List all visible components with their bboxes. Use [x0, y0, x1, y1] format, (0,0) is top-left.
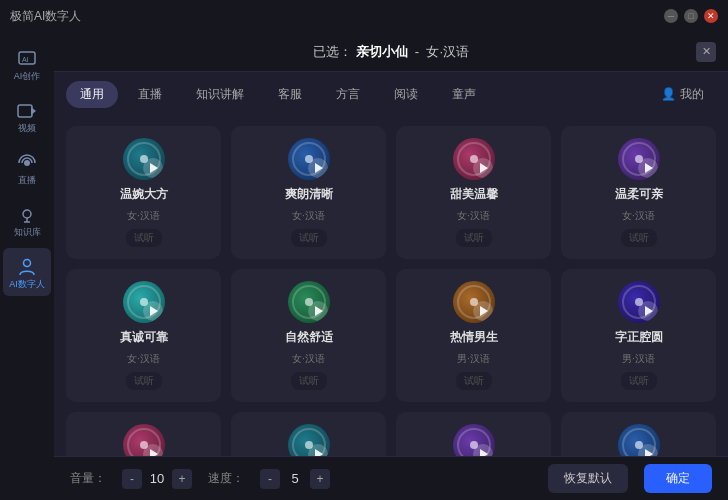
video-icon	[16, 100, 38, 122]
play-triangle-icon	[150, 306, 158, 316]
voice-trial-8[interactable]: 试听	[621, 372, 657, 390]
voice-avatar-7	[453, 281, 495, 323]
volume-decrease-button[interactable]: -	[122, 469, 142, 489]
play-button-3[interactable]	[473, 158, 493, 178]
svg-point-5	[23, 210, 31, 218]
bottom-bar: 音量： - 10 + 速度： - 5 + 恢复默认 确定	[54, 456, 728, 500]
play-triangle-icon	[645, 449, 653, 456]
voice-desc-8: 男·汉语	[622, 352, 655, 366]
voice-desc-7: 男·汉语	[457, 352, 490, 366]
voice-name-4: 温柔可亲	[615, 186, 663, 203]
play-button-12[interactable]	[638, 444, 658, 456]
title-bar-left: 极简AI数字人	[10, 8, 81, 25]
play-triangle-icon	[645, 163, 653, 173]
play-triangle-icon	[315, 306, 323, 316]
selected-name: 亲切小仙	[356, 44, 408, 59]
voice-card-12[interactable]: 卖场男模 男·汉语 试听	[561, 412, 716, 456]
tab-bar: 通用 直播 知识讲解 客服 方言 阅读 童声 👤 我的	[54, 72, 728, 116]
voice-card-5[interactable]: 真诚可靠 女·汉语 试听	[66, 269, 221, 402]
voice-desc-4: 女·汉语	[622, 209, 655, 223]
voice-avatar-5	[123, 281, 165, 323]
maximize-button[interactable]: □	[684, 9, 698, 23]
sidebar-item-digital-human[interactable]: AI数字人	[3, 248, 51, 296]
speed-increase-button[interactable]: +	[310, 469, 330, 489]
volume-label: 音量：	[70, 470, 106, 487]
voice-desc-6: 女·汉语	[292, 352, 325, 366]
confirm-button[interactable]: 确定	[644, 464, 712, 493]
voice-avatar-6	[288, 281, 330, 323]
knowledge-icon	[16, 204, 38, 226]
person-icon: 👤	[661, 87, 676, 101]
play-button-5[interactable]	[143, 301, 163, 321]
tab-my[interactable]: 👤 我的	[649, 81, 716, 108]
voice-card-1[interactable]: 温婉大方 女·汉语 试听	[66, 126, 221, 259]
sidebar-item-video[interactable]: 视频	[3, 92, 51, 140]
play-button-4[interactable]	[638, 158, 658, 178]
voice-card-2[interactable]: 爽朗清晰 女·汉语 试听	[231, 126, 386, 259]
voice-desc-5: 女·汉语	[127, 352, 160, 366]
voice-trial-2[interactable]: 试听	[291, 229, 327, 247]
voice-card-4[interactable]: 温柔可亲 女·汉语 试听	[561, 126, 716, 259]
volume-stepper: - 10 +	[122, 469, 192, 489]
tab-child[interactable]: 童声	[438, 81, 490, 108]
play-button-1[interactable]	[143, 158, 163, 178]
voice-desc-2: 女·汉语	[292, 209, 325, 223]
volume-increase-button[interactable]: +	[172, 469, 192, 489]
voice-trial-6[interactable]: 试听	[291, 372, 327, 390]
volume-value: 10	[148, 471, 166, 486]
speed-decrease-button[interactable]: -	[260, 469, 280, 489]
voice-trial-5[interactable]: 试听	[126, 372, 162, 390]
voice-card-10[interactable]: 卖场巧姐 女·汉语 试听	[231, 412, 386, 456]
reset-button[interactable]: 恢复默认	[548, 464, 628, 493]
play-button-7[interactable]	[473, 301, 493, 321]
sidebar-item-ai-create[interactable]: AI AI创作	[3, 40, 51, 88]
voice-card-11[interactable]: 活力猫女 女·汉语 试听	[396, 412, 551, 456]
voice-trial-4[interactable]: 试听	[621, 229, 657, 247]
minimize-button[interactable]: ─	[664, 9, 678, 23]
voice-trial-7[interactable]: 试听	[456, 372, 492, 390]
tab-my-label: 我的	[680, 86, 704, 103]
speed-stepper: - 5 +	[260, 469, 330, 489]
tab-reading[interactable]: 阅读	[380, 81, 432, 108]
sidebar-label-digital-human: AI数字人	[9, 280, 45, 289]
panel-close-button[interactable]: ✕	[696, 42, 716, 62]
close-button[interactable]: ✕	[704, 9, 718, 23]
svg-text:AI: AI	[22, 56, 29, 63]
voice-card-8[interactable]: 字正腔圆 男·汉语 试听	[561, 269, 716, 402]
play-triangle-icon	[645, 306, 653, 316]
voice-name-8: 字正腔圆	[615, 329, 663, 346]
voice-card-9[interactable]: 咬嚼老妹 女·汉语 试听	[66, 412, 221, 456]
sidebar-item-knowledge[interactable]: 知识库	[3, 196, 51, 244]
voice-avatar-2	[288, 138, 330, 180]
play-button-8[interactable]	[638, 301, 658, 321]
sidebar-label-ai-create: AI创作	[14, 72, 41, 81]
voice-card-7[interactable]: 热情男生 男·汉语 试听	[396, 269, 551, 402]
digital-human-icon	[16, 256, 38, 278]
voice-avatar-11	[453, 424, 495, 456]
tab-dialect[interactable]: 方言	[322, 81, 374, 108]
play-button-6[interactable]	[308, 301, 328, 321]
app-window: 极简AI数字人 ─ □ ✕ AI AI创作	[0, 0, 728, 500]
voice-name-5: 真诚可靠	[120, 329, 168, 346]
voice-card-6[interactable]: 自然舒适 女·汉语 试听	[231, 269, 386, 402]
tab-customer[interactable]: 客服	[264, 81, 316, 108]
play-button-9[interactable]	[143, 444, 163, 456]
tab-live[interactable]: 直播	[124, 81, 176, 108]
sidebar-item-live[interactable]: 直播	[3, 144, 51, 192]
speed-value: 5	[286, 471, 304, 486]
voice-desc-1: 女·汉语	[127, 209, 160, 223]
voice-trial-1[interactable]: 试听	[126, 229, 162, 247]
play-button-10[interactable]	[308, 444, 328, 456]
selected-gender: 女·汉语	[426, 44, 469, 59]
voice-trial-3[interactable]: 试听	[456, 229, 492, 247]
voice-name-6: 自然舒适	[285, 329, 333, 346]
main-layout: AI AI创作 视频	[0, 32, 728, 500]
play-button-11[interactable]	[473, 444, 493, 456]
title-bar-controls: ─ □ ✕	[664, 9, 718, 23]
voice-card-3[interactable]: 甜美温馨 女·汉语 试听	[396, 126, 551, 259]
tab-knowledge[interactable]: 知识讲解	[182, 81, 258, 108]
play-button-2[interactable]	[308, 158, 328, 178]
speed-label: 速度：	[208, 470, 244, 487]
tab-general[interactable]: 通用	[66, 81, 118, 108]
play-triangle-icon	[480, 163, 488, 173]
